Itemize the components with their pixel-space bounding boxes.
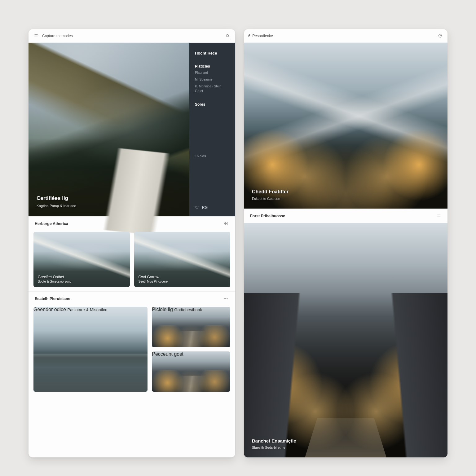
- hero-title: Certifiées lig: [37, 195, 76, 201]
- thumb-1-title: Greciftet Onthet: [38, 275, 64, 279]
- hero-side-block-title: Platícles: [195, 64, 230, 68]
- thumb-2[interactable]: Owd Gorrow Seetil Mog Pincocere: [134, 232, 231, 287]
- left-topbar: Capture memories: [29, 29, 235, 43]
- section-title-2: Esatelh Pleruisiane: [35, 297, 70, 301]
- svg-rect-2: [226, 222, 227, 223]
- hero-side-heading: Höcht Récé: [195, 51, 230, 55]
- hero-side-line-1: Plaunard: [195, 70, 230, 75]
- hero-image-mountain-road[interactable]: Certifiées lig Kagtias Pomp & Inarisee: [29, 43, 189, 216]
- right-topbar: 6. Pesorálenke: [244, 29, 447, 43]
- svg-point-5: [224, 298, 225, 299]
- right-section-title: Forst Pribalbuosse: [250, 214, 285, 218]
- section-head-2: Esatelh Pleruisiane: [29, 291, 235, 306]
- refresh-icon[interactable]: [437, 33, 443, 39]
- right-hero[interactable]: Chedd Foatitter Eskeet te Goarsorn: [244, 43, 447, 209]
- mini-1-title: Piciole lig: [152, 307, 173, 312]
- thumb-2-title: Owd Gorrow: [139, 275, 159, 279]
- right-hero-title: Chedd Foatitter: [252, 189, 289, 195]
- svg-point-6: [226, 298, 226, 299]
- left-topbar-title: Capture memories: [42, 34, 73, 38]
- hero-side-footer-label: 16 olds: [195, 154, 230, 158]
- hero-side-group: Sores: [195, 102, 230, 107]
- grid-icon[interactable]: [223, 221, 229, 227]
- svg-rect-3: [224, 224, 226, 225]
- right-section-head: Forst Pribalbuosse: [244, 209, 447, 223]
- hero-side-line-2: M. Speanne: [195, 77, 230, 82]
- search-icon[interactable]: [225, 33, 231, 39]
- svg-rect-4: [226, 224, 227, 225]
- thumb-1-sub: Soote & Gorsosworsong: [38, 280, 71, 283]
- right-hero-sub: Eskeet te Goarsorn: [252, 197, 281, 201]
- hero-subtitle: Kagtias Pomp & Inarisee: [37, 204, 76, 208]
- big-thumb[interactable]: Geendor odice Pasiotare & Misoatico: [33, 307, 148, 392]
- mini-2-title: Pecceunt gost: [152, 351, 183, 357]
- stack: Piciole lig Godtchestbook Pecceunt gost: [152, 307, 230, 392]
- section-title-1: Herberge Atherica: [35, 222, 68, 226]
- right-feature-sub: Sluesith Sedsrbiretme: [252, 446, 285, 449]
- hero-side-block: Platícles Plaunard M. Speanne K. Monnice…: [195, 64, 230, 94]
- mini-1[interactable]: Piciole lig Godtchestbook: [152, 307, 230, 347]
- right-panel: 6. Pesorálenke Chedd Foatitter Eskeet te…: [244, 29, 447, 457]
- svg-point-7: [227, 298, 227, 299]
- thumb-1[interactable]: Greciftet Onthet Soote & Gorsosworsong: [33, 232, 130, 287]
- menu-icon[interactable]: [33, 33, 39, 39]
- list-icon[interactable]: [435, 213, 441, 219]
- big-thumb-sub: Pasiotare & Misoatico: [67, 307, 107, 312]
- thumb-row-1: Greciftet Onthet Soote & Gorsosworsong O…: [29, 231, 235, 291]
- right-feature-caption: Banchet Ensamiçtle Sluesith Sedsrbiretme: [252, 438, 296, 450]
- right-feature[interactable]: Banchet Ensamiçtle Sluesith Sedsrbiretme: [244, 223, 447, 457]
- right-topbar-title: 6. Pesorálenke: [248, 34, 273, 38]
- hero-side-line-3: K. Monnice · Stein Gruet: [195, 84, 230, 94]
- mini-1-sub: Godtchestbook: [174, 307, 202, 312]
- thumb-row-2: Geendor odice Pasiotare & Misoatico Pici…: [29, 306, 235, 397]
- mini-2[interactable]: Pecceunt gost: [152, 351, 230, 392]
- hero-image-village-night: [244, 43, 447, 209]
- svg-point-0: [227, 34, 229, 37]
- more-icon[interactable]: [223, 296, 229, 302]
- big-thumb-title: Geendor odice: [33, 307, 66, 312]
- left-hero: Certifiées lig Kagtias Pomp & Inarisee H…: [29, 43, 235, 216]
- right-hero-caption: Chedd Foatitter Eskeet te Goarsorn: [252, 189, 289, 201]
- thumb-2-sub: Seetil Mog Pincocere: [139, 280, 168, 283]
- feature-image-alley: [244, 223, 447, 457]
- right-feature-title: Banchet Ensamiçtle: [252, 438, 296, 443]
- hero-caption: Certifiées lig Kagtias Pomp & Inarisee: [37, 195, 76, 208]
- svg-rect-1: [224, 222, 226, 223]
- left-panel: Capture memories Certifiées lig Kagtias …: [29, 29, 235, 457]
